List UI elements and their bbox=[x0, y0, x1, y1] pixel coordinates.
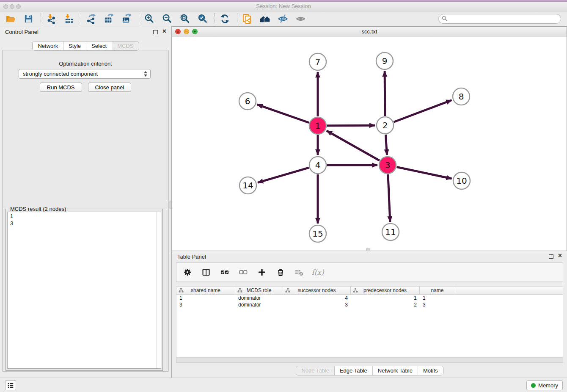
graph-edge-1-6[interactable] bbox=[257, 105, 309, 123]
table-cell[interactable]: 3 bbox=[420, 301, 455, 308]
table-cell[interactable]: 1 bbox=[351, 295, 420, 301]
close-panel-button[interactable]: Close panel bbox=[88, 83, 132, 92]
export-network-button[interactable] bbox=[85, 12, 97, 25]
table-tab-node-table[interactable]: Node Table bbox=[296, 366, 334, 375]
export-table-button[interactable] bbox=[102, 12, 115, 25]
table-horizontal-scrollbar[interactable] bbox=[176, 358, 563, 363]
table-header-row: shared nameMCDS rolesuccessor nodesprede… bbox=[176, 287, 563, 295]
delete-row-button[interactable] bbox=[275, 267, 286, 277]
home-button[interactable] bbox=[259, 12, 271, 25]
graph-node-2[interactable]: 2 bbox=[377, 117, 394, 134]
tab-style[interactable]: Style bbox=[63, 41, 86, 50]
table-cell[interactable]: 1 bbox=[420, 295, 455, 301]
graph-node-6[interactable]: 6 bbox=[239, 93, 256, 110]
column-header-mcds-role[interactable]: MCDS role bbox=[235, 287, 283, 294]
float-panel-icon[interactable] bbox=[153, 30, 158, 34]
table-cell[interactable]: 3 bbox=[176, 301, 235, 308]
table-tab-motifs[interactable]: Motifs bbox=[418, 366, 443, 375]
graph-node-8[interactable]: 8 bbox=[453, 88, 470, 105]
graph-edge-3-10[interactable] bbox=[397, 167, 452, 179]
import-table-button[interactable] bbox=[62, 12, 75, 25]
refresh-button[interactable] bbox=[218, 12, 231, 25]
zoom-in-button[interactable] bbox=[143, 12, 155, 25]
graph-node-15[interactable]: 15 bbox=[309, 225, 326, 242]
graph-edge-2-8[interactable] bbox=[394, 100, 452, 122]
deselect-all-button[interactable] bbox=[238, 267, 248, 277]
node-label-11: 11 bbox=[385, 227, 396, 237]
mcds-result-box: MCDS result (2 nodes) 1 3 bbox=[6, 209, 163, 371]
add-row-button[interactable] bbox=[257, 267, 267, 277]
import-network-button[interactable] bbox=[44, 12, 57, 25]
graph-node-7[interactable]: 7 bbox=[309, 53, 326, 70]
column-header-shared-name[interactable]: shared name bbox=[176, 287, 235, 294]
control-panel-header: Control Panel × bbox=[0, 26, 171, 37]
node-label-6: 6 bbox=[245, 96, 250, 106]
column-header-name[interactable]: name bbox=[420, 287, 455, 294]
graph-node-1[interactable]: 1 bbox=[309, 117, 326, 134]
table-close-icon[interactable]: × bbox=[558, 252, 562, 259]
graph-node-9[interactable]: 9 bbox=[376, 52, 393, 69]
homes-icon bbox=[260, 14, 270, 24]
table-cell[interactable]: 4 bbox=[283, 295, 351, 301]
show-columns-button[interactable] bbox=[201, 267, 211, 277]
graph-node-14[interactable]: 14 bbox=[239, 177, 256, 194]
node-label-15: 15 bbox=[312, 229, 323, 239]
show-view-button[interactable] bbox=[294, 12, 307, 25]
tab-network[interactable]: Network bbox=[33, 41, 63, 50]
table-row[interactable]: 3dominator323 bbox=[176, 301, 563, 308]
tab-mcds[interactable]: MCDS bbox=[112, 41, 138, 50]
export-image-button[interactable] bbox=[120, 12, 133, 25]
panel-splitter-grip[interactable] bbox=[169, 201, 172, 209]
eye-slash-icon bbox=[278, 14, 288, 24]
select-all-button[interactable] bbox=[220, 267, 230, 277]
table-cell[interactable]: dominator bbox=[235, 295, 283, 301]
refresh-icon bbox=[220, 14, 230, 24]
graph-node-3[interactable]: 3 bbox=[379, 157, 396, 174]
table-float-icon[interactable] bbox=[549, 254, 553, 259]
toolbar-separator bbox=[237, 13, 237, 24]
clone-network-icon bbox=[242, 14, 253, 24]
network-canvas[interactable]: 7968124314101511 bbox=[172, 37, 567, 250]
apply-function-button[interactable]: f(x) bbox=[313, 267, 323, 277]
zoom-out-button[interactable] bbox=[160, 12, 173, 25]
column-header-successor-nodes[interactable]: successor nodes bbox=[283, 287, 351, 294]
node-table: shared nameMCDS rolesuccessor nodesprede… bbox=[176, 286, 563, 358]
graph-edge-4-14[interactable] bbox=[258, 168, 309, 182]
column-header-predecessor-nodes[interactable]: predecessor nodes bbox=[351, 287, 420, 294]
table-row[interactable]: 1dominator411 bbox=[176, 295, 563, 301]
run-mcds-button[interactable]: Run MCDS bbox=[40, 83, 82, 92]
open-session-button[interactable] bbox=[4, 12, 17, 25]
graph-node-10[interactable]: 10 bbox=[453, 172, 470, 189]
graph-node-11[interactable]: 11 bbox=[382, 224, 399, 240]
zoom-fit-button[interactable] bbox=[178, 12, 191, 25]
optimization-criterion-select[interactable]: strongly connected component bbox=[19, 69, 151, 79]
graph-edge-2-9[interactable] bbox=[385, 71, 385, 116]
tab-select[interactable]: Select bbox=[86, 41, 112, 50]
table-cell[interactable]: 2 bbox=[351, 301, 420, 308]
graph-edge-3-11[interactable] bbox=[388, 174, 390, 222]
table-cell[interactable]: 1 bbox=[176, 295, 235, 301]
graph-edge-3-1[interactable] bbox=[327, 131, 380, 160]
clone-network-button[interactable] bbox=[241, 12, 253, 25]
result-scrollbar[interactable] bbox=[156, 212, 161, 368]
task-history-button[interactable] bbox=[5, 380, 16, 390]
graph-node-4[interactable]: 4 bbox=[309, 157, 326, 174]
graph-edge-1-2[interactable] bbox=[327, 125, 375, 126]
column-settings-button[interactable] bbox=[182, 267, 193, 277]
save-session-button[interactable] bbox=[22, 12, 35, 25]
zoom-selected-button[interactable] bbox=[196, 12, 209, 25]
table-cell[interactable]: 3 bbox=[283, 301, 351, 308]
graph-edge-2-3[interactable] bbox=[385, 135, 387, 155]
mcds-result-text[interactable]: 1 3 bbox=[7, 212, 161, 369]
table-cell[interactable]: dominator bbox=[235, 301, 283, 308]
table-tab-network-table[interactable]: Network Table bbox=[372, 366, 418, 375]
delete-table-button[interactable] bbox=[294, 267, 304, 277]
search-input[interactable] bbox=[438, 14, 561, 24]
hide-view-button[interactable] bbox=[276, 12, 289, 25]
control-panel-tabs: NetworkStyleSelectMCDS bbox=[0, 41, 171, 51]
node-label-7: 7 bbox=[315, 57, 321, 67]
table-tab-edge-table[interactable]: Edge Table bbox=[334, 366, 372, 375]
node-label-14: 14 bbox=[242, 180, 253, 190]
memory-button[interactable]: Memory bbox=[526, 380, 563, 390]
close-panel-icon[interactable]: × bbox=[162, 28, 166, 35]
